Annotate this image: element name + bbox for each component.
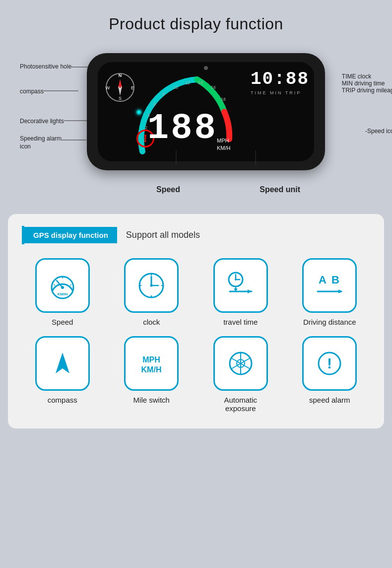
feature-mile-switch: MPH KM/H Mile switch [111, 336, 193, 413]
feature-clock: clock [111, 258, 193, 326]
feature-speed: KM/H Speed [22, 258, 103, 326]
gps-tab-inactive[interactable]: Support all models [117, 226, 209, 244]
speed-alarm-label: speed alarm [309, 396, 350, 404]
svg-point-25 [61, 286, 64, 289]
speed-icon-label: -Speed icon [365, 128, 392, 135]
auto-exposure-label: Automaticexposure [224, 396, 257, 413]
svg-marker-10 [118, 86, 122, 96]
svg-line-28 [70, 284, 71, 285]
svg-text:18: 18 [221, 97, 226, 102]
svg-line-27 [54, 284, 55, 285]
deco-lights-label: Decorative lights [20, 118, 64, 125]
time-clock-label: TIME clock MIN driving time TRIP driving… [342, 73, 392, 94]
feature-auto-exposure: Automaticexposure [200, 336, 281, 413]
speed-unit-bottom-label: Speed unit [260, 185, 300, 194]
svg-text:A: A [319, 274, 327, 286]
speed-bottom-label: Speed [156, 185, 180, 194]
decorative-light [136, 110, 141, 115]
mile-switch-label: Mile switch [133, 396, 170, 404]
svg-marker-49 [338, 289, 342, 293]
speed-alarm-icon: ! [314, 348, 345, 379]
feature-travel-time: travel time [200, 258, 281, 326]
travel-time-icon [225, 270, 257, 301]
auto-exposure-icon-box [213, 336, 268, 391]
auto-exposure-icon [225, 348, 257, 379]
svg-text:6: 6 [153, 102, 156, 107]
mile-switch-icon: MPH KM/H [135, 348, 167, 379]
svg-text:N: N [119, 73, 122, 78]
gps-header: GPS display function Support all models [22, 226, 370, 244]
svg-text:W: W [106, 85, 110, 90]
speed-alarm-icon-box: ! [302, 336, 357, 391]
clock-label: clock [143, 318, 160, 326]
speedometer-icon: KM/H [47, 270, 78, 301]
svg-text:B: B [331, 274, 339, 286]
clock-icon-box [124, 258, 179, 313]
travel-time-icon-box [213, 258, 268, 313]
travel-time-label: travel time [223, 318, 258, 326]
feature-speed-alarm: ! speed alarm [289, 336, 371, 413]
speed-unit-display: MPH KM/H [217, 137, 231, 151]
features-grid: KM/H Speed [22, 258, 370, 413]
clock-icon [135, 270, 167, 301]
svg-marker-50 [56, 353, 69, 373]
time-display: 10:88 TIME MIN TRIP [251, 69, 309, 95]
driving-distance-label: Driving distance [303, 318, 356, 326]
time-labels: TIME MIN TRIP [251, 90, 309, 95]
svg-point-33 [150, 284, 153, 287]
hud-device: N S E W [87, 53, 325, 170]
photo-hole-label: Photosensitive hole [20, 63, 71, 70]
speed-icon-box: KM/H [35, 258, 90, 313]
speed-value-display: 188 [147, 111, 218, 146]
compass-icon-box [35, 336, 90, 391]
svg-text:!: ! [327, 355, 332, 371]
bottom-section: GPS display function Support all models … [8, 214, 384, 428]
svg-text:MPH: MPH [142, 355, 160, 364]
feature-compass: compass [22, 336, 103, 413]
svg-text:KM/H: KM/H [58, 292, 68, 296]
svg-point-41 [235, 279, 237, 281]
compass-feature-icon [47, 348, 78, 379]
time-digits: 10:88 [251, 69, 309, 89]
svg-text:10: 10 [173, 85, 178, 90]
svg-text:12: 12 [185, 80, 190, 85]
svg-marker-43 [248, 289, 252, 293]
gps-tab-active[interactable]: GPS display function [24, 227, 117, 243]
speed-label: Speed [52, 318, 73, 326]
mile-switch-icon-box: MPH KM/H [124, 336, 179, 391]
driving-distance-icon: A B [314, 270, 345, 301]
hud-screen: N S E W [98, 62, 314, 161]
svg-text:KM/H: KM/H [141, 365, 162, 374]
svg-text:8: 8 [162, 92, 165, 97]
svg-text:16: 16 [211, 85, 216, 90]
feature-driving-distance: A B Driving distance [289, 258, 371, 326]
svg-text:S: S [119, 96, 122, 101]
compass-widget: N S E W [105, 72, 135, 103]
compass-feature-label: compass [48, 396, 77, 404]
compass-label-ann: compass [20, 88, 44, 95]
driving-distance-icon-box: A B [302, 258, 357, 313]
top-section: Product display function Photosensitive … [0, 0, 392, 214]
main-title: Product display function [10, 15, 382, 33]
svg-text:14: 14 [198, 80, 203, 85]
speeding-alarm-label: Speeding alarmicon [20, 135, 62, 150]
